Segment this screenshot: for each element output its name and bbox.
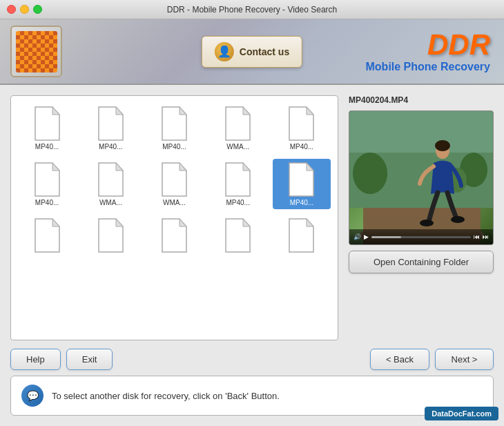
brand-title: DDR [366, 30, 491, 59]
back-button[interactable]: < Back [370, 349, 429, 370]
file-icon [286, 217, 317, 253]
file-icon [32, 106, 63, 142]
file-item[interactable]: WMA... [145, 159, 203, 209]
file-item[interactable]: MP40... [18, 103, 76, 153]
fast-forward-button[interactable]: ⏭ [483, 233, 489, 240]
brand: DDR Mobile Phone Recovery [366, 30, 491, 73]
file-item[interactable]: MP40... [273, 159, 331, 209]
file-label: MP40... [162, 143, 186, 151]
file-item[interactable]: MP40... [18, 159, 76, 209]
open-folder-button[interactable]: Open Containing Folder [349, 251, 494, 273]
file-item[interactable]: MP40... [81, 103, 139, 153]
exit-button[interactable]: Exit [66, 349, 113, 370]
file-item[interactable] [209, 215, 267, 258]
file-item[interactable]: WMA... [209, 103, 267, 153]
next-button[interactable]: Next > [435, 349, 494, 370]
file-label: MP40... [99, 143, 122, 151]
file-item[interactable]: MP40... [145, 103, 203, 153]
svg-point-9 [420, 220, 434, 226]
preview-video: 🔊 ▶ ⏮ ⏭ [349, 110, 494, 245]
logo-box [10, 26, 62, 77]
file-label: MP40... [35, 199, 59, 206]
video-thumbnail [349, 111, 493, 244]
file-icon [159, 217, 190, 253]
file-label: WMA... [99, 199, 122, 206]
close-button[interactable] [7, 5, 16, 14]
file-label: MP40... [35, 143, 59, 151]
file-item[interactable]: MP40... [273, 103, 331, 153]
file-label: WMA... [226, 143, 249, 151]
bottom-bar: Help Exit < Back Next > [10, 349, 494, 370]
logo-icon [16, 31, 57, 72]
file-item[interactable] [18, 215, 76, 258]
header: 👤 Contact us DDR Mobile Phone Recovery [0, 19, 504, 85]
svg-point-10 [451, 216, 465, 223]
contact-icon: 👤 [215, 42, 234, 61]
info-message: To select another disk for recovery, cli… [52, 391, 280, 401]
file-item[interactable] [81, 215, 139, 258]
main-content: MP40... MP40... MP40... WMA... MP40... M… [0, 85, 504, 426]
contact-button[interactable]: 👤 Contact us [202, 36, 302, 68]
contact-label: Contact us [240, 46, 289, 57]
file-grid: MP40... MP40... MP40... WMA... MP40... M… [18, 103, 331, 258]
info-bar: 💬 To select another disk for recovery, c… [10, 376, 494, 416]
file-icon [159, 162, 190, 197]
file-icon [95, 162, 126, 197]
svg-point-4 [353, 153, 387, 194]
rewind-button[interactable]: ⏮ [474, 233, 480, 240]
file-label: MP40... [290, 199, 313, 206]
preview-panel: MP400204.MP4 [349, 95, 494, 340]
window-title: DDR - Mobile Phone Recovery - Video Sear… [167, 5, 338, 14]
progress-bar[interactable] [371, 236, 471, 238]
file-label: MP40... [226, 199, 249, 206]
traffic-lights [7, 5, 42, 14]
file-grid-container[interactable]: MP40... MP40... MP40... WMA... MP40... M… [10, 95, 338, 340]
file-icon [95, 106, 126, 142]
file-item[interactable] [145, 215, 203, 258]
maximize-button[interactable] [33, 5, 42, 14]
file-icon [159, 106, 190, 142]
file-icon [222, 162, 253, 197]
file-icon [222, 106, 253, 142]
play-pause-button[interactable]: ▶ [364, 233, 369, 240]
preview-filename: MP400204.MP4 [349, 95, 494, 105]
file-item[interactable]: MP40... [209, 159, 267, 209]
file-label: WMA... [163, 199, 186, 206]
info-icon: 💬 [21, 385, 43, 407]
video-controls: 🔊 ▶ ⏮ ⏭ [349, 229, 493, 244]
file-icon [95, 217, 126, 253]
file-icon [286, 162, 317, 197]
title-bar: DDR - Mobile Phone Recovery - Video Sear… [0, 0, 504, 19]
file-item[interactable]: WMA... [81, 159, 139, 209]
help-button[interactable]: Help [10, 349, 61, 370]
progress-fill [371, 236, 401, 238]
file-icon [32, 217, 63, 253]
file-label: MP40... [290, 143, 313, 151]
file-item[interactable] [273, 215, 331, 258]
volume-icon[interactable]: 🔊 [353, 233, 361, 240]
file-icon [32, 162, 63, 197]
svg-point-8 [435, 140, 450, 151]
file-icon [222, 217, 253, 253]
top-section: MP40... MP40... MP40... WMA... MP40... M… [10, 95, 494, 340]
minimize-button[interactable] [20, 5, 29, 14]
watermark: DataDocFat.com [425, 407, 498, 420]
file-icon [286, 106, 317, 142]
brand-subtitle: Mobile Phone Recovery [366, 61, 491, 73]
video-image-svg [349, 111, 494, 245]
